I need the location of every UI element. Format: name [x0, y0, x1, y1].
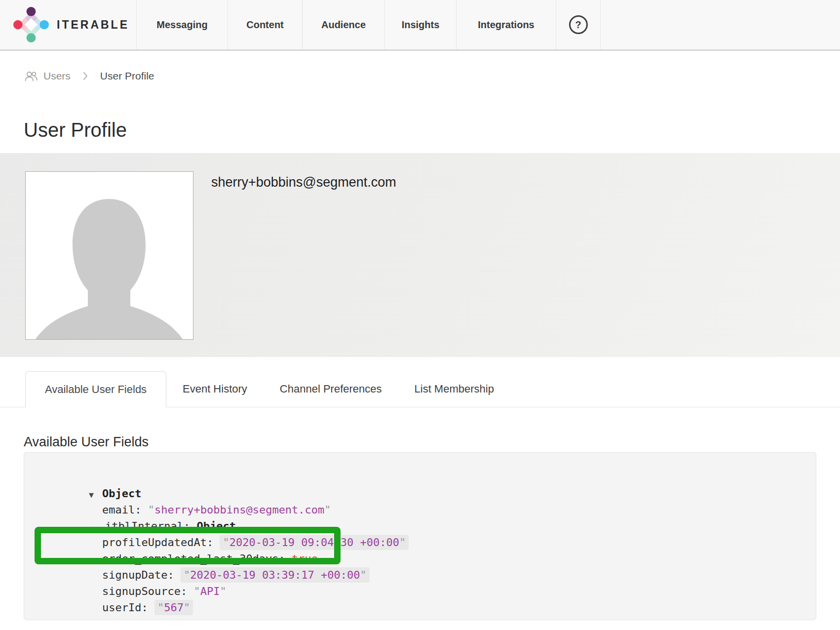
tab-channel-preferences[interactable]: Channel Preferences — [264, 371, 398, 407]
field-key: signupSource — [102, 585, 193, 597]
user-fields-json-viewer: ▼Object emailsherry+bobbins@segment.com … — [24, 452, 816, 620]
field-value: true — [292, 552, 318, 565]
avatar-placeholder — [25, 171, 193, 340]
top-nav: ITERABLE Messaging Content Audience Insi… — [0, 0, 840, 51]
field-value: 2020-03-19 09:04:30 +00:00 — [223, 536, 406, 549]
section-heading: Available User Fields — [24, 434, 840, 450]
chevron-right-icon — [82, 71, 88, 81]
nav-item-messaging[interactable]: Messaging — [137, 0, 228, 49]
field-key: profileUpdatedAt — [102, 536, 220, 549]
help-button[interactable]: ? — [556, 0, 601, 49]
field-value: Object — [196, 520, 235, 532]
field-key: userId — [102, 601, 154, 614]
page-title: User Profile — [24, 118, 840, 142]
brand-name: ITERABLE — [57, 18, 129, 32]
expand-icon[interactable]: ► — [93, 519, 105, 536]
field-value: API — [193, 585, 226, 597]
brand-logo[interactable]: ITERABLE — [0, 0, 137, 49]
iterable-logo-icon — [13, 7, 49, 42]
nav-item-content[interactable]: Content — [228, 0, 303, 49]
nav-item-audience[interactable]: Audience — [303, 0, 385, 49]
nav-item-insights[interactable]: Insights — [385, 0, 457, 49]
tree-row-email: emailsherry+bobbins@segment.com — [63, 485, 816, 502]
breadcrumb-current: User Profile — [100, 70, 154, 82]
field-key: itblInternal — [105, 520, 196, 532]
collapse-icon[interactable]: ▼ — [89, 487, 102, 503]
tab-available-user-fields[interactable]: Available User Fields — [25, 371, 166, 407]
tree-root-label: Object — [102, 487, 141, 500]
tree-row-root: ▼Object — [63, 469, 816, 485]
users-icon — [24, 71, 38, 82]
highlighted-value-chip: 2020-03-19 03:39:17 +00:00 — [181, 567, 370, 583]
tab-event-history[interactable]: Event History — [166, 371, 264, 407]
user-email: sherry+bobbins@segment.com — [211, 175, 396, 190]
field-key: order_completed_last_30days — [102, 552, 292, 565]
profile-header-band: sherry+bobbins@segment.com — [0, 153, 840, 357]
breadcrumb: Users User Profile — [24, 69, 840, 83]
field-value: 2020-03-19 03:39:17 +00:00 — [184, 569, 367, 581]
field-key: email — [102, 504, 148, 516]
field-value: sherry+bobbins@segment.com — [148, 504, 331, 516]
highlighted-value-chip: 567 — [154, 600, 193, 615]
nav-item-integrations[interactable]: Integrations — [457, 0, 556, 49]
profile-tabs: Available User Fields Event History Chan… — [0, 371, 840, 407]
field-key: signupDate — [102, 569, 181, 581]
help-icon: ? — [569, 15, 588, 34]
highlighted-value-chip: 2020-03-19 09:04:30 +00:00 — [220, 535, 409, 550]
breadcrumb-users-link[interactable]: Users — [43, 70, 71, 82]
field-value: 567 — [157, 601, 190, 614]
tab-list-membership[interactable]: List Membership — [398, 371, 510, 407]
